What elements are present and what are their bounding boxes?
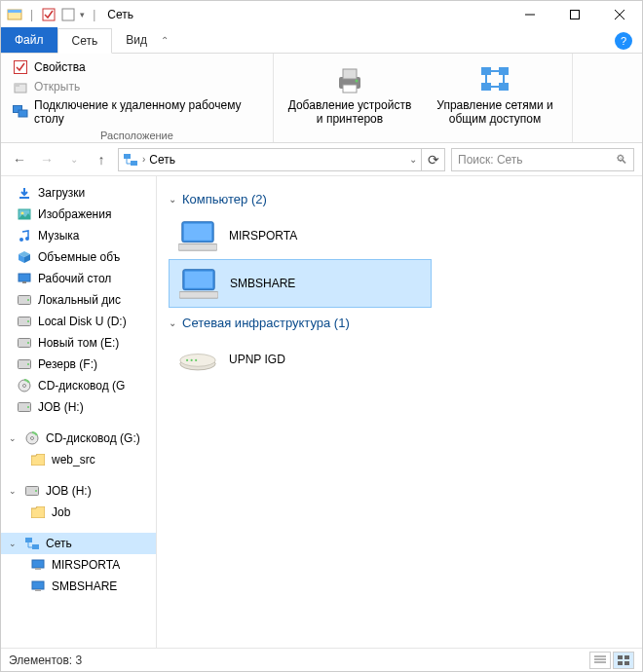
cd-icon — [17, 378, 32, 393]
statusbar: Элементов: 3 — [1, 648, 642, 671]
tree-localdisk-d[interactable]: Local Disk U (D:) — [1, 311, 156, 332]
tree-cddrive-g-nested[interactable]: CD-дисковод (G — [1, 375, 156, 396]
ribbon-add-devices-button[interactable]: Добавление устройств и принтеров — [278, 59, 422, 130]
group-infra[interactable]: ⌄ Сетевая инфраструктура (1) — [169, 316, 630, 330]
svg-rect-34 — [19, 274, 30, 281]
close-button[interactable] — [597, 1, 642, 28]
drive-icon — [17, 292, 32, 308]
item-smbshare[interactable]: SMBSHARE — [169, 259, 432, 308]
svg-point-43 — [27, 363, 29, 365]
svg-rect-10 — [15, 84, 19, 87]
chevron-right-icon[interactable]: › — [142, 154, 145, 165]
chevron-down-icon[interactable]: ⌄ — [169, 317, 176, 328]
computer-icon — [30, 557, 46, 573]
router-icon — [178, 342, 217, 377]
ribbon-open-label: Открыть — [34, 80, 80, 93]
ribbon-expand-icon[interactable]: ⌃ — [161, 35, 176, 46]
tree-job-h[interactable]: ⌄JOB (H:) — [1, 480, 156, 502]
svg-point-37 — [27, 299, 29, 301]
folder-icon — [30, 504, 46, 520]
tree-net-mirsporta[interactable]: MIRSPORTA — [1, 554, 156, 576]
ribbon-remote-label: Подключение к удаленному рабочему столу — [34, 98, 261, 126]
qat-properties-icon[interactable] — [41, 7, 57, 22]
tree-net-smbshare[interactable]: SMBSHARE — [1, 576, 156, 597]
navigation-bar: ← → ⌄ ↑ › Сеть ⌄ ⟳ Поиск: Сеть 🔍︎ — [1, 143, 642, 176]
svg-point-69 — [191, 359, 193, 361]
qat-dropdown-icon[interactable] — [60, 7, 76, 22]
nav-recent-dropdown[interactable]: ⌄ — [63, 149, 85, 170]
nav-up-button[interactable]: ↑ — [91, 149, 112, 170]
computer-icon — [179, 266, 218, 301]
tree-websrc[interactable]: web_src — [1, 449, 156, 470]
ribbon-open-button: Открыть — [9, 77, 265, 96]
ribbon-remote-desktop-button[interactable]: Подключение к удаленному рабочему столу — [9, 96, 265, 128]
chevron-down-icon[interactable]: ⌄ — [169, 194, 176, 205]
breadcrumb[interactable]: › Сеть ⌄ — [118, 148, 422, 171]
network-center-icon — [478, 63, 511, 96]
svg-rect-61 — [184, 224, 212, 241]
svg-rect-26 — [131, 161, 137, 166]
item-upnp-igd[interactable]: UPNP IGD — [169, 336, 432, 383]
nav-tree[interactable]: Загрузки Изображения Музыка Объемные объ… — [1, 176, 157, 648]
cd-icon — [24, 430, 40, 446]
breadcrumb-segment[interactable]: Сеть — [149, 153, 175, 167]
svg-rect-20 — [499, 83, 509, 91]
content-pane[interactable]: ⌄ Компьютер (2) MIRSPORTA SMBSHARE ⌄ Сет… — [157, 176, 642, 648]
item-label: UPNP IGD — [229, 353, 285, 366]
svg-rect-58 — [32, 581, 44, 589]
tree-newvol-e[interactable]: Новый том (Е:) — [1, 332, 156, 354]
svg-rect-59 — [35, 589, 41, 591]
view-icons-button[interactable] — [613, 652, 634, 669]
folder-icon — [30, 452, 46, 467]
tree-music[interactable]: Музыка — [1, 225, 156, 246]
desktop-icon — [17, 271, 32, 286]
svg-rect-62 — [178, 244, 217, 251]
checkbox-icon — [13, 59, 28, 75]
drive-icon — [17, 335, 32, 351]
ribbon-properties-button[interactable]: Свойства — [9, 57, 265, 77]
refresh-button[interactable]: ⟳ — [422, 148, 445, 171]
breadcrumb-dropdown-icon[interactable]: ⌄ — [409, 154, 417, 165]
item-mirsporta[interactable]: MIRSPORTA — [169, 212, 432, 259]
tree-network[interactable]: ⌄Сеть — [1, 533, 156, 554]
svg-rect-5 — [571, 11, 580, 19]
ribbon-manage-networks-button[interactable]: Управление сетями и общим доступом — [422, 59, 568, 130]
status-elements-count: Элементов: 3 — [9, 653, 82, 667]
chevron-down-icon[interactable]: ⌄ — [9, 433, 19, 443]
chevron-down-icon[interactable]: ⌄ — [9, 486, 19, 496]
open-icon — [13, 79, 28, 94]
tree-cddrive-g[interactable]: ⌄CD-дисковод (G:) — [1, 428, 156, 449]
tree-reserve-f[interactable]: Резерв (F:) — [1, 354, 156, 375]
svg-rect-2 — [43, 9, 55, 20]
item-label: MIRSPORTA — [229, 229, 297, 243]
drive-icon — [17, 314, 32, 329]
chevron-down-icon[interactable]: ⌄ — [9, 539, 19, 548]
tree-localdisk-c[interactable]: Локальный дис — [1, 289, 156, 311]
ribbon-group-location-label: Расположение — [9, 130, 265, 141]
nav-back-button[interactable]: ← — [9, 149, 30, 170]
svg-point-45 — [23, 385, 26, 388]
view-details-button[interactable] — [589, 652, 611, 669]
item-label: SMBSHARE — [230, 277, 295, 290]
maximize-button[interactable] — [552, 1, 597, 28]
tab-file[interactable]: Файл — [1, 27, 57, 53]
tree-job-folder[interactable]: Job — [1, 502, 156, 523]
tree-downloads[interactable]: Загрузки — [1, 182, 156, 204]
help-button[interactable]: ? — [615, 32, 632, 50]
pictures-icon — [17, 206, 32, 222]
svg-rect-77 — [624, 661, 629, 665]
group-computer[interactable]: ⌄ Компьютер (2) — [169, 192, 630, 206]
tree-3dobjects[interactable]: Объемные объ — [1, 246, 156, 268]
separator: | — [30, 8, 33, 21]
qat-chevron-icon[interactable]: ▾ — [80, 10, 85, 19]
svg-rect-57 — [35, 568, 41, 570]
tab-network[interactable]: Сеть — [57, 28, 113, 54]
tab-view[interactable]: Вид — [112, 27, 161, 53]
search-input[interactable]: Поиск: Сеть 🔍︎ — [451, 148, 634, 171]
search-icon[interactable]: 🔍︎ — [616, 153, 627, 167]
music-icon — [17, 228, 32, 243]
tree-job-h-nested[interactable]: JOB (H:) — [1, 396, 156, 418]
tree-pictures[interactable]: Изображения — [1, 204, 156, 225]
minimize-button[interactable] — [508, 1, 552, 28]
tree-desktop[interactable]: Рабочий стол — [1, 268, 156, 289]
